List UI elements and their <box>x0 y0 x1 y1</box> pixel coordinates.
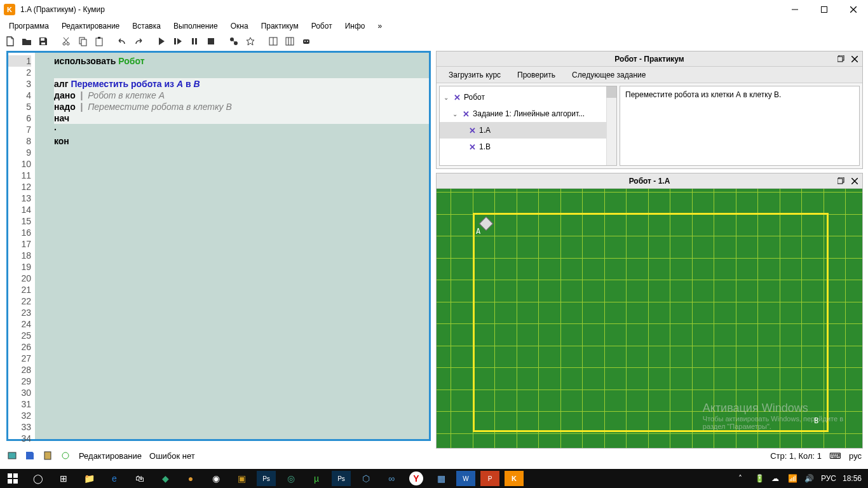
robot-boundary <box>473 213 829 432</box>
remote-icon[interactable] <box>299 34 314 49</box>
close-button[interactable] <box>839 0 868 19</box>
taskbar-word-icon[interactable]: W <box>456 471 475 486</box>
taskbar: ◯ ⊞ 📁 e 🛍 ◆ ● ◉ ▣ Ps ◎ µ Ps ⬡ ∞ Y ▦ W P … <box>0 469 868 488</box>
tray-lang[interactable]: РУС <box>821 474 836 483</box>
code-editor[interactable]: 1234567891011121314151617181920212223242… <box>6 51 431 441</box>
taskbar-chrome-icon[interactable]: ◉ <box>203 469 229 488</box>
taskbar-app1-icon[interactable]: ◆ <box>153 469 178 488</box>
taskbar-utorrent-icon[interactable]: µ <box>304 469 329 488</box>
pause-icon[interactable] <box>187 34 202 49</box>
scrollbar[interactable] <box>606 86 616 165</box>
taskbar-app6-icon[interactable]: ∞ <box>379 469 404 488</box>
taskbar-app7-icon[interactable]: ▦ <box>428 469 454 488</box>
taskbar-app4-icon[interactable]: ◎ <box>278 469 304 488</box>
robot-title: Робот - 1.A <box>629 177 670 186</box>
panel-close-icon[interactable] <box>850 54 860 64</box>
panel-restore-icon[interactable] <box>836 176 846 186</box>
menu-program[interactable]: Программа <box>3 20 55 32</box>
taskbar-edge-icon[interactable]: e <box>102 469 127 488</box>
kw-kon: кон <box>54 136 69 146</box>
svg-rect-11 <box>81 39 86 46</box>
tray-onedrive-icon[interactable]: ☁ <box>771 474 782 483</box>
svg-point-27 <box>304 41 306 42</box>
svg-rect-34 <box>837 179 843 184</box>
code-area[interactable]: использовать Робот алг Переместить робот… <box>54 53 429 439</box>
taskbar-ppt-icon[interactable]: P <box>480 471 499 486</box>
sb-icon-1[interactable] <box>6 450 18 461</box>
tab-load-course[interactable]: Загрузить курс <box>440 67 509 83</box>
status-lang[interactable]: рус <box>849 451 862 461</box>
panel-close-icon[interactable] <box>850 176 860 186</box>
tester-icon[interactable] <box>243 34 258 49</box>
undo-icon[interactable] <box>114 34 130 49</box>
tree-root[interactable]: ⌄ ✕ Робот <box>440 89 616 105</box>
run-icon[interactable] <box>154 34 169 49</box>
panel-restore-icon[interactable] <box>836 54 846 64</box>
cut-icon[interactable] <box>58 34 74 49</box>
task-tree[interactable]: ⌄ ✕ Робот ⌄ ✕ Задание 1: Линейные алгори… <box>439 86 617 166</box>
tree-item-1b[interactable]: ✕ 1.B <box>440 139 616 155</box>
taskbar-ps-icon[interactable]: Ps <box>257 471 276 486</box>
taskbar-taskview-icon[interactable]: ⊞ <box>51 469 76 488</box>
status-mode: Редактирование <box>79 451 142 461</box>
taskbar-app2-icon[interactable]: ● <box>178 469 203 488</box>
taskbar-app5-icon[interactable]: ⬡ <box>353 469 379 488</box>
tree-group[interactable]: ⌄ ✕ Задание 1: Линейные алгорит... <box>440 105 616 122</box>
kw-dano: дано <box>54 90 76 100</box>
start-button[interactable] <box>0 469 25 488</box>
svg-point-6 <box>63 43 65 45</box>
maximize-button[interactable] <box>810 0 839 19</box>
menu-info[interactable]: Инфо <box>339 20 372 32</box>
taskbar-search-icon[interactable]: ◯ <box>25 469 51 488</box>
menu-edit[interactable]: Редактирование <box>55 20 126 32</box>
tab-check[interactable]: Проверить <box>509 67 564 83</box>
sb-icon-2[interactable] <box>24 450 36 461</box>
practicum-title: Робот - Практикум <box>614 55 684 64</box>
taskbar-app3-icon[interactable]: ▣ <box>229 469 254 488</box>
line-gutter: 1234567891011121314151617181920212223242… <box>8 53 35 439</box>
tab-next-task[interactable]: Следующее задание <box>564 67 654 83</box>
open-file-icon[interactable] <box>19 34 34 49</box>
scroll-thumb[interactable] <box>606 86 616 98</box>
sb-icon-4[interactable] <box>60 450 71 461</box>
svg-rect-40 <box>8 473 12 478</box>
menu-windows[interactable]: Окна <box>224 20 255 32</box>
menu-robot[interactable]: Робот <box>305 20 339 32</box>
layout2-icon[interactable] <box>282 34 297 49</box>
chevron-down-icon: ⌄ <box>442 94 450 101</box>
layout1-icon[interactable] <box>266 34 281 49</box>
keyboard-icon[interactable]: ⌨ <box>829 451 841 461</box>
tree-item-1a[interactable]: ✕ 1.A <box>440 122 616 139</box>
taskbar-explorer-icon[interactable]: 📁 <box>76 469 102 488</box>
tray-chevron-icon[interactable]: ˄ <box>738 474 749 483</box>
minimize-button[interactable] <box>780 0 810 19</box>
svg-rect-15 <box>192 38 194 44</box>
save-file-icon[interactable] <box>36 34 51 49</box>
copy-icon[interactable] <box>75 34 90 49</box>
taskbar-kumir-icon[interactable]: K <box>505 471 524 486</box>
cursor-dot: · <box>54 125 57 135</box>
sb-icon-3[interactable] <box>42 450 53 461</box>
robot-field[interactable]: A B Активация Windows Чтобы активировать… <box>437 189 862 448</box>
menu-run[interactable]: Выполнение <box>167 20 224 32</box>
taskbar-store-icon[interactable]: 🛍 <box>127 469 153 488</box>
actor-icon[interactable] <box>226 34 241 49</box>
menu-practicum[interactable]: Практикум <box>255 20 305 32</box>
paste-icon[interactable] <box>92 34 107 49</box>
step-icon[interactable] <box>170 34 186 49</box>
tray-battery-icon[interactable]: 🔋 <box>755 474 765 483</box>
stop-icon[interactable] <box>203 34 219 49</box>
toolbar <box>0 33 868 50</box>
new-file-icon[interactable] <box>3 34 18 49</box>
system-tray: ˄ 🔋 ☁ 📶 🔊 РУС 18:56 <box>738 474 868 483</box>
menu-insert[interactable]: Вставка <box>126 20 167 32</box>
practicum-tabs: Загрузить курс Проверить Следующее задан… <box>437 67 862 83</box>
taskbar-yandex-icon[interactable]: Y <box>409 471 423 485</box>
tray-volume-icon[interactable]: 🔊 <box>804 474 815 483</box>
redo-icon[interactable] <box>131 34 146 49</box>
svg-rect-30 <box>837 57 843 62</box>
tray-wifi-icon[interactable]: 📶 <box>788 474 798 483</box>
tray-time[interactable]: 18:56 <box>843 474 862 483</box>
taskbar-ps2-icon[interactable]: Ps <box>332 471 351 486</box>
menu-more[interactable]: » <box>371 20 388 32</box>
